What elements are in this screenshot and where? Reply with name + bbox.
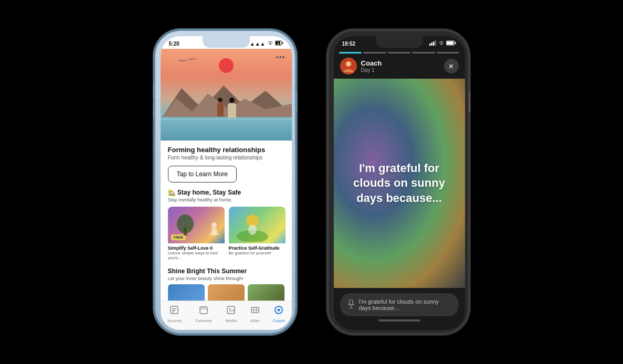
svg-point-26 bbox=[278, 308, 280, 311]
progress-bars bbox=[334, 49, 465, 53]
coach-day: Day 1 bbox=[361, 67, 382, 73]
notch bbox=[203, 36, 250, 48]
tab-coach[interactable]: Coach bbox=[273, 305, 285, 323]
svg-rect-30 bbox=[435, 40, 436, 46]
figure-group bbox=[216, 98, 237, 119]
grateful-main-text: I'm grateful for clouds on sunny days be… bbox=[344, 161, 455, 206]
battery-icon-2 bbox=[446, 40, 457, 47]
figure-1 bbox=[216, 98, 225, 119]
input-pill[interactable]: I'm grateful for clouds on sunny days be… bbox=[340, 293, 459, 316]
time-2: 19:52 bbox=[342, 41, 356, 47]
phone2-content: 19:52 bbox=[334, 36, 465, 330]
stay-home-section: 🏡 Stay home, Stay Safe Stay mentally hea… bbox=[168, 189, 284, 262]
tab-calendar[interactable]: Calendar bbox=[195, 305, 212, 323]
stay-home-subtitle: Stay mentally healthy at home. bbox=[168, 197, 284, 202]
svg-rect-33 bbox=[447, 41, 453, 45]
svg-rect-1 bbox=[282, 42, 283, 44]
phone1-screen: 5:20 ▲▲▲ ⚡ bbox=[161, 36, 292, 330]
card2-desc: Be grateful for yourself bbox=[229, 251, 286, 255]
time-1: 5:20 bbox=[169, 41, 179, 47]
coach-header: Coach Day 1 ✕ bbox=[334, 53, 465, 79]
coach-icon bbox=[274, 305, 283, 317]
signal-icon-2 bbox=[429, 40, 437, 47]
svg-point-23 bbox=[229, 308, 231, 309]
shine-subtitle: Let your inner beauty shine through! bbox=[168, 276, 284, 281]
svg-point-7 bbox=[212, 222, 217, 228]
input-text: I'm grateful for clouds on sunny days be… bbox=[359, 298, 451, 311]
figure-2 bbox=[227, 98, 237, 119]
card1-desc: Unlock simple ways to love yours... bbox=[168, 251, 225, 260]
svg-rect-29 bbox=[433, 41, 435, 46]
svg-point-35 bbox=[346, 61, 351, 67]
svg-rect-8 bbox=[212, 228, 217, 235]
coach-gradient-bg: I'm grateful for clouds on sunny days be… bbox=[334, 79, 465, 288]
coach-label: Coach bbox=[273, 318, 285, 323]
card-1[interactable]: FREE Simplify Self-Love II Unlock simple… bbox=[168, 207, 225, 262]
atlas-label: Atlas bbox=[250, 318, 260, 323]
card-2[interactable]: Practice Self-Gratitude Be grateful for … bbox=[229, 207, 286, 262]
volume-up-button[interactable] bbox=[153, 83, 155, 98]
svg-rect-28 bbox=[431, 42, 432, 46]
battery-icon-1: ⚡ bbox=[275, 40, 283, 47]
tap-to-learn-button[interactable]: Tap to Learn More bbox=[168, 166, 237, 183]
notch-2 bbox=[376, 36, 423, 48]
card1-info: Simplify Self-Love II Unlock simple ways… bbox=[168, 243, 225, 262]
coach-info: Coach Day 1 bbox=[340, 58, 382, 74]
shine-title: Shine Bright This Summer bbox=[168, 267, 284, 275]
phone-2: 19:52 bbox=[328, 30, 469, 334]
svg-rect-17 bbox=[172, 312, 174, 313]
phone1-content: ••• Forming healthy relationships Form h… bbox=[161, 49, 292, 330]
svg-text:⚡: ⚡ bbox=[277, 42, 280, 46]
coach-text: Coach Day 1 bbox=[361, 59, 382, 73]
card-row: FREE Simplify Self-Love II Unlock simple… bbox=[168, 207, 284, 262]
tab-journey[interactable]: Journey bbox=[167, 305, 182, 323]
svg-point-10 bbox=[177, 215, 194, 233]
volume-down-button[interactable] bbox=[153, 103, 155, 118]
shine-section: Shine Bright This Summer Let your inner … bbox=[168, 267, 284, 305]
phone2-screen: 19:52 bbox=[334, 36, 465, 330]
calendar-icon bbox=[199, 305, 208, 317]
wifi-icon-1 bbox=[267, 40, 273, 47]
stay-home-title: 🏡 Stay home, Stay Safe bbox=[168, 189, 284, 196]
journey-label: Journey bbox=[167, 318, 182, 323]
journey-icon bbox=[170, 305, 179, 317]
relationships-subtitle: Form healthy & long-lasting relationship… bbox=[168, 155, 284, 160]
tab-atlas[interactable]: Atlas bbox=[250, 305, 260, 323]
svg-rect-18 bbox=[200, 307, 207, 314]
svg-rect-36 bbox=[350, 299, 353, 305]
tab-bar: Journey Calendar Media bbox=[161, 301, 292, 330]
calendar-label: Calendar bbox=[195, 318, 212, 323]
svg-rect-32 bbox=[455, 42, 456, 44]
tab-media[interactable]: Media bbox=[225, 305, 237, 323]
power-button[interactable] bbox=[295, 91, 297, 112]
status-icons-1: ▲▲▲ ⚡ bbox=[250, 40, 283, 47]
home-indicator bbox=[378, 319, 420, 322]
sun-decoration bbox=[219, 58, 234, 73]
card2-image bbox=[229, 207, 286, 243]
signal-icon-1: ▲▲▲ bbox=[250, 41, 266, 47]
svg-point-13 bbox=[248, 224, 257, 235]
relationships-title: Forming healthy relationships bbox=[168, 146, 284, 154]
more-options-icon[interactable]: ••• bbox=[276, 53, 286, 61]
microphone-icon bbox=[347, 299, 355, 311]
card2-title: Practice Self-Gratitude bbox=[229, 245, 286, 251]
water-decoration bbox=[161, 117, 292, 141]
svg-rect-27 bbox=[429, 44, 431, 46]
close-button[interactable]: ✕ bbox=[444, 59, 459, 73]
svg-rect-16 bbox=[172, 310, 175, 311]
card1-title: Simplify Self-Love II bbox=[168, 245, 225, 251]
coach-name: Coach bbox=[361, 59, 382, 67]
status-icons-2 bbox=[429, 40, 457, 47]
media-label: Media bbox=[225, 318, 237, 323]
coach-avatar bbox=[340, 58, 357, 74]
svg-rect-15 bbox=[172, 308, 176, 309]
phone-1: 5:20 ▲▲▲ ⚡ bbox=[154, 30, 296, 334]
hero-image: ••• bbox=[161, 49, 292, 141]
atlas-icon bbox=[250, 305, 260, 317]
card1-image: FREE bbox=[168, 207, 225, 243]
wifi-icon-2 bbox=[438, 40, 445, 47]
house-emoji: 🏡 bbox=[168, 189, 177, 196]
power-button-2[interactable] bbox=[469, 91, 470, 112]
card2-info: Practice Self-Gratitude Be grateful for … bbox=[229, 243, 286, 258]
media-icon bbox=[226, 305, 236, 317]
